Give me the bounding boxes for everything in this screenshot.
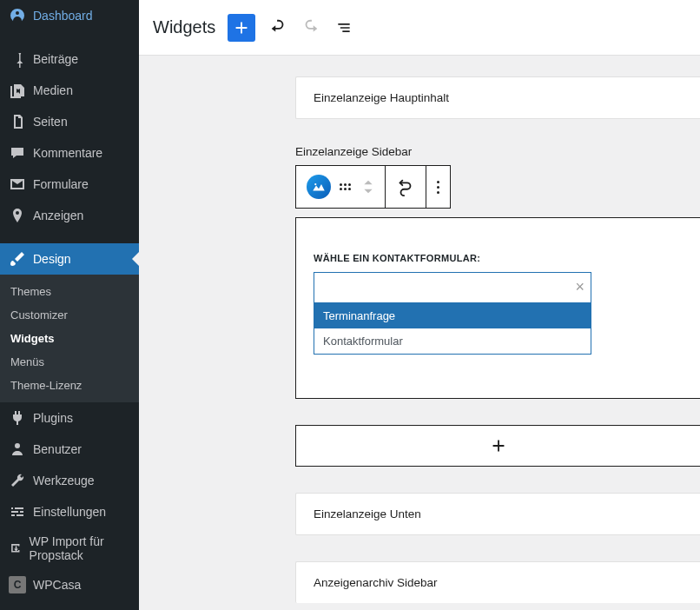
add-block-inline-button[interactable] <box>295 425 700 467</box>
sidebar-item-forms[interactable]: Formulare <box>0 169 139 200</box>
sidebar-item-users[interactable]: Benutzer <box>0 434 139 465</box>
menu-label: Beiträge <box>33 52 78 66</box>
main: Widgets Einzelanzeige Hauptinhalt Einzel… <box>139 0 700 610</box>
pin-icon <box>9 50 26 68</box>
sliders-icon <box>9 503 26 520</box>
redo-button[interactable] <box>300 17 321 38</box>
block-movers[interactable] <box>362 178 374 196</box>
contact-form-input[interactable] <box>314 272 591 303</box>
block-body: Wähle ein Kontaktformular: × Terminanfra… <box>295 217 700 399</box>
widget-area-single-main[interactable]: Einzelanzeige Hauptinhalt <box>295 76 700 119</box>
svg-point-0 <box>314 183 316 185</box>
redo-icon <box>301 18 320 37</box>
page-title: Widgets <box>153 17 215 37</box>
widget-area-single-bottom[interactable]: Einzelanzeige Unten <box>295 493 700 535</box>
sidebar-item-settings[interactable]: Einstellungen <box>0 496 139 527</box>
media-icon <box>9 82 26 99</box>
undo-icon <box>268 18 287 37</box>
widget-area-single-sidebar: Einzelanzeige Sidebar <box>295 145 700 399</box>
undo-button[interactable] <box>267 17 288 38</box>
sidebar-item-wpcasa[interactable]: C WPCasa <box>0 569 139 600</box>
menu-label: Formulare <box>33 177 89 191</box>
admin-sidebar: Dashboard Beiträge Medien Seiten Komment… <box>0 0 139 610</box>
menu-label: Einstellungen <box>33 505 106 519</box>
add-block-button-top[interactable] <box>228 14 255 42</box>
drag-handle[interactable] <box>340 183 353 190</box>
widget-area-title: Einzelanzeige Unten <box>296 494 700 534</box>
download-icon <box>9 540 23 557</box>
block-type-icon[interactable] <box>307 175 331 199</box>
menu-label: Medien <box>33 83 73 97</box>
menu-label: WP Import für Propstack <box>30 534 132 562</box>
user-icon <box>9 441 26 458</box>
sidebar-item-tools[interactable]: Werkzeuge <box>0 465 139 496</box>
clear-input-button[interactable]: × <box>575 279 584 295</box>
list-view-icon <box>335 19 353 36</box>
content-area: Einzelanzeige Hauptinhalt Einzelanzeige … <box>139 56 700 610</box>
gauge-icon <box>9 7 26 24</box>
block-parent-select[interactable] <box>386 166 426 208</box>
combo-dropdown: Terminanfrage Kontaktformular <box>314 303 591 355</box>
combo-option[interactable]: Kontaktformular <box>314 328 591 354</box>
list-view-button[interactable] <box>333 17 354 38</box>
page-icon <box>9 113 26 130</box>
design-submenu: Themes Customizer Widgets Menüs Theme-Li… <box>0 275 139 402</box>
sidebar-item-design[interactable]: Design <box>0 243 139 275</box>
editor-topbar: Widgets <box>139 0 700 56</box>
submenu-menus[interactable]: Menüs <box>0 350 139 374</box>
sidebar-item-plugins[interactable]: Plugins <box>0 402 139 434</box>
plus-icon <box>489 436 508 455</box>
close-icon: × <box>575 278 584 295</box>
menu-label: Dashboard <box>33 9 93 23</box>
menu-label: Seiten <box>33 115 68 129</box>
widget-area-archive-sidebar[interactable]: Anzeigenarchiv Sidebar <box>295 561 700 603</box>
submenu-customizer[interactable]: Customizer <box>0 303 139 327</box>
widget-area-title: Einzelanzeige Hauptinhalt <box>296 77 700 118</box>
block-toolbar <box>295 165 451 209</box>
brush-icon <box>9 250 26 268</box>
sidebar-item-wp-import[interactable]: WP Import für Propstack <box>0 527 139 569</box>
menu-label: Benutzer <box>33 442 82 456</box>
sidebar-item-pages[interactable]: Seiten <box>0 106 139 137</box>
menu-label: Plugins <box>33 411 73 425</box>
chevron-up-icon <box>362 178 374 187</box>
envelope-icon <box>9 176 26 193</box>
sidebar-item-dashboard[interactable]: Dashboard <box>0 0 139 31</box>
sidebar-item-comments[interactable]: Kommentare <box>0 137 139 169</box>
menu-label: Kommentare <box>33 146 102 160</box>
chevron-down-icon <box>362 187 374 196</box>
plus-icon <box>232 18 251 37</box>
marker-icon <box>9 207 26 224</box>
menu-label: Design <box>33 252 71 266</box>
submenu-theme-license[interactable]: Theme-Lizenz <box>0 374 139 397</box>
mountain-icon <box>311 181 327 193</box>
path-icon <box>396 177 415 196</box>
menu-label: Anzeigen <box>33 209 83 222</box>
menu-label: Werkzeuge <box>33 474 95 487</box>
sidebar-item-listings[interactable]: Anzeigen <box>0 200 139 231</box>
contact-form-select: × Terminanfrage Kontaktformular <box>314 272 591 355</box>
sidebar-item-media[interactable]: Medien <box>0 75 139 106</box>
combo-option[interactable]: Terminanfrage <box>314 303 591 328</box>
submenu-themes[interactable]: Themes <box>0 280 139 303</box>
widget-area-title: Einzelanzeige Sidebar <box>295 145 700 158</box>
form-label: Wähle ein Kontaktformular: <box>314 253 683 263</box>
wrench-icon <box>9 472 26 489</box>
block-more-options[interactable] <box>426 166 450 208</box>
sidebar-item-posts[interactable]: Beiträge <box>0 43 139 75</box>
comment-icon <box>9 144 26 162</box>
more-vertical-icon <box>437 181 439 194</box>
menu-label: WPCasa <box>33 578 81 592</box>
wpcasa-icon: C <box>9 576 26 593</box>
submenu-widgets[interactable]: Widgets <box>0 327 139 350</box>
widget-area-title: Anzeigenarchiv Sidebar <box>296 562 700 603</box>
plug-icon <box>9 409 26 427</box>
